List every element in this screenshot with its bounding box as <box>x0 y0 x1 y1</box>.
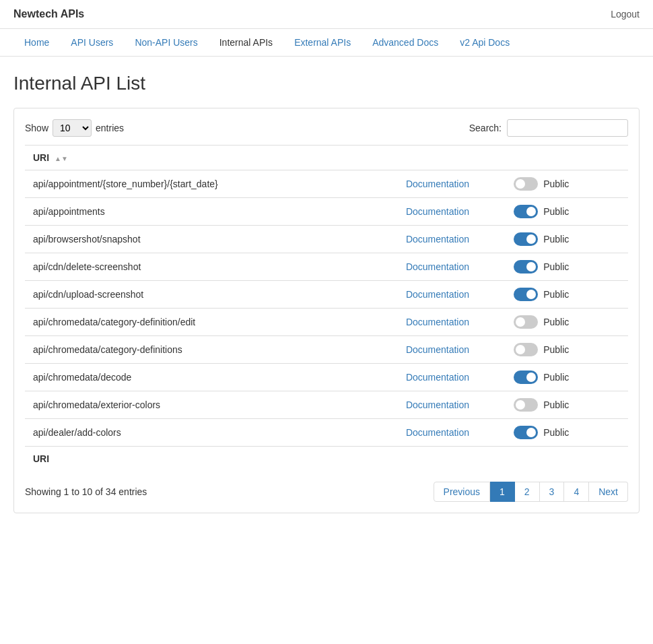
documentation-link[interactable]: Documentation <box>406 317 469 327</box>
toggle-switch[interactable] <box>514 315 538 329</box>
doc-cell: Documentation <box>370 281 506 309</box>
table-row: api/chromedata/exterior-colorsDocumentat… <box>25 391 628 419</box>
page-button-3[interactable]: 3 <box>540 482 565 502</box>
search-label: Search: <box>469 123 502 133</box>
toggle-switch[interactable] <box>514 260 538 273</box>
toggle-wrapper: Public <box>514 371 620 384</box>
page-button-1[interactable]: 1 <box>490 482 515 502</box>
footer-row: Showing 1 to 10 of 34 entries Previous12… <box>25 482 628 502</box>
toggle-switch[interactable] <box>514 205 538 218</box>
next-button[interactable]: Next <box>589 482 628 502</box>
documentation-link[interactable]: Documentation <box>406 179 469 189</box>
previous-button[interactable]: Previous <box>434 482 490 502</box>
toggle-slider <box>514 315 538 329</box>
documentation-link[interactable]: Documentation <box>406 234 469 245</box>
entries-select[interactable]: 10 25 50 100 <box>53 119 92 137</box>
toggle-cell: Public <box>506 391 628 419</box>
search-area: Search: <box>469 119 628 137</box>
controls-row: Show 10 25 50 100 entries Search: <box>25 119 628 137</box>
public-label: Public <box>543 344 569 355</box>
showing-text: Showing 1 to 10 of 34 entries <box>25 486 147 497</box>
toggle-cell: Public <box>506 336 628 364</box>
page-button-4[interactable]: 4 <box>564 482 589 502</box>
toggle-switch[interactable] <box>514 371 538 384</box>
uri-cell: api/cdn/delete-screenshot <box>25 253 370 281</box>
empty-footer-header2 <box>506 447 628 472</box>
uri-cell: api/cdn/upload-screenshot <box>25 281 370 309</box>
toggle-slider <box>514 426 538 439</box>
show-entries: Show 10 25 50 100 entries <box>25 119 124 137</box>
public-label: Public <box>543 289 569 300</box>
uri-cell: api/chromedata/category-definition/edit <box>25 309 370 336</box>
doc-cell: Documentation <box>370 364 506 391</box>
toggle-switch[interactable] <box>514 426 538 439</box>
empty-header2 <box>506 146 628 170</box>
table-footer-row: URI <box>25 447 628 472</box>
uri-cell: api/dealer/add-colors <box>25 419 370 447</box>
uri-cell: api/appointments <box>25 198 370 226</box>
documentation-link[interactable]: Documentation <box>406 261 469 272</box>
entries-label: entries <box>96 123 124 133</box>
empty-footer-header <box>370 447 506 472</box>
doc-cell: Documentation <box>370 253 506 281</box>
table-row: api/chromedata/decodeDocumentationPublic <box>25 364 628 391</box>
toggle-slider <box>514 260 538 273</box>
nav-item-non-api-users[interactable]: Non-API Users <box>124 29 208 56</box>
toggle-wrapper: Public <box>514 288 620 301</box>
documentation-link[interactable]: Documentation <box>406 399 469 410</box>
nav-item-api-users[interactable]: API Users <box>60 29 124 56</box>
toggle-switch[interactable] <box>514 343 538 356</box>
toggle-switch[interactable] <box>514 398 538 412</box>
nav-item-internal-apis[interactable]: Internal APIs <box>209 29 283 56</box>
public-label: Public <box>543 399 569 410</box>
table-row: api/cdn/delete-screenshotDocumentationPu… <box>25 253 628 281</box>
doc-cell: Documentation <box>370 419 506 447</box>
nav-item-advanced-docs[interactable]: Advanced Docs <box>362 29 449 56</box>
doc-cell: Documentation <box>370 309 506 336</box>
toggle-slider <box>514 205 538 218</box>
doc-cell: Documentation <box>370 226 506 253</box>
table-row: api/dealer/add-colorsDocumentationPublic <box>25 419 628 447</box>
documentation-link[interactable]: Documentation <box>406 427 469 438</box>
nav-item-external-apis[interactable]: External APIs <box>283 29 362 56</box>
doc-cell: Documentation <box>370 391 506 419</box>
doc-cell: Documentation <box>370 336 506 364</box>
toggle-cell: Public <box>506 364 628 391</box>
table-header-row: URI ▲▼ <box>25 146 628 170</box>
logout-button[interactable]: Logout <box>611 9 640 20</box>
table-row: api/appointment/{store_number}/{start_da… <box>25 170 628 198</box>
toggle-cell: Public <box>506 281 628 309</box>
toggle-slider <box>514 177 538 191</box>
toggle-switch[interactable] <box>514 232 538 246</box>
public-label: Public <box>543 372 569 383</box>
doc-cell: Documentation <box>370 170 506 198</box>
documentation-link[interactable]: Documentation <box>406 344 469 355</box>
public-label: Public <box>543 261 569 272</box>
toggle-wrapper: Public <box>514 260 620 273</box>
toggle-switch[interactable] <box>514 177 538 191</box>
uri-cell: api/browsershot/snapshot <box>25 226 370 253</box>
page-button-2[interactable]: 2 <box>515 482 540 502</box>
table-row: api/chromedata/category-definitionsDocum… <box>25 336 628 364</box>
documentation-link[interactable]: Documentation <box>406 289 469 300</box>
public-label: Public <box>543 317 569 327</box>
toggle-slider <box>514 398 538 412</box>
table-row: api/chromedata/category-definition/editD… <box>25 309 628 336</box>
toggle-cell: Public <box>506 170 628 198</box>
search-input[interactable] <box>507 119 628 137</box>
toggle-slider <box>514 232 538 246</box>
documentation-link[interactable]: Documentation <box>406 372 469 383</box>
toggle-wrapper: Public <box>514 398 620 412</box>
uri-column-header: URI ▲▼ <box>25 146 370 170</box>
toggle-wrapper: Public <box>514 205 620 218</box>
uri-cell: api/appointment/{store_number}/{start_da… <box>25 170 370 198</box>
nav-item-home[interactable]: Home <box>13 29 60 56</box>
public-label: Public <box>543 234 569 245</box>
uri-footer-header: URI <box>25 447 370 472</box>
nav-item-v2-api-docs[interactable]: v2 Api Docs <box>449 29 520 56</box>
toggle-switch[interactable] <box>514 288 538 301</box>
navigation: HomeAPI UsersNon-API UsersInternal APIsE… <box>0 29 653 57</box>
show-label: Show <box>25 123 48 133</box>
toggle-cell: Public <box>506 309 628 336</box>
documentation-link[interactable]: Documentation <box>406 206 469 217</box>
